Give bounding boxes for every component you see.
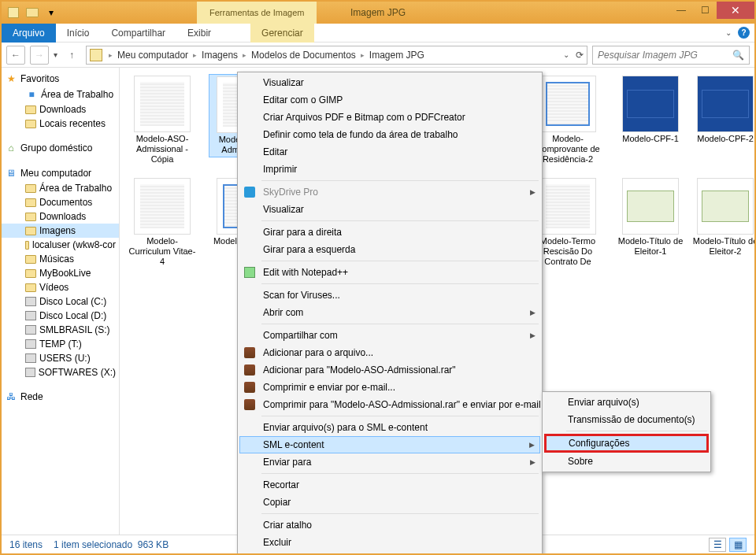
tree-item[interactable]: SMLBRASIL (S:) — [2, 323, 119, 337]
close-button[interactable]: ✕ — [717, 2, 754, 19]
tree-item[interactable]: Documentos — [2, 195, 119, 209]
file-item[interactable]: Modelo-CPF-2 — [689, 74, 754, 146]
search-input[interactable] — [598, 50, 732, 61]
tree-item[interactable]: Vídeos — [2, 280, 119, 294]
ribbon-tab-file[interactable]: Arquivo — [2, 24, 56, 43]
folder-icon — [25, 105, 36, 114]
context-menu-item[interactable]: Adicionar para "Modelo-ASO-Admissional.r… — [239, 361, 540, 379]
crumb-pictures[interactable]: Imagens — [200, 50, 239, 61]
tree-item[interactable]: localuser (wkw8-cor — [2, 238, 119, 252]
menu-item-label: Editar com o GIMP — [263, 94, 343, 105]
context-menu-item[interactable]: Criar Arquivos PDF e Bitmap com o PDFCre… — [239, 109, 540, 126]
tree-computer[interactable]: 🖥Meu computador — [2, 165, 119, 181]
nav-up-button[interactable]: ↑ — [62, 46, 81, 65]
ribbon-expand-icon[interactable]: ⌄ — [725, 28, 732, 37]
maximize-button[interactable]: ☐ — [693, 2, 717, 19]
context-menu-item[interactable]: SML e-content▶ — [239, 436, 540, 453]
tree-downloads[interactable]: Downloads — [2, 102, 119, 117]
menu-item-label: Girar para a direita — [263, 227, 342, 238]
search-icon[interactable]: 🔍 — [732, 50, 744, 61]
crumb-sep-icon[interactable]: ▸ — [190, 51, 200, 59]
crumb-computer[interactable]: Meu computador — [116, 50, 190, 61]
context-menu-item[interactable]: Imprimir — [239, 161, 540, 178]
tree-favorites[interactable]: ★Favoritos — [2, 71, 119, 87]
file-item[interactable]: Modelo-ASO-Admissional - Cópia — [126, 74, 198, 166]
submenu-item[interactable]: Enviar arquivo(s) — [544, 394, 709, 411]
tree-item[interactable]: Imagens — [2, 224, 119, 238]
context-menu-item[interactable]: Girar para a direita — [239, 224, 540, 241]
context-menu-item[interactable]: Recortar — [239, 476, 540, 494]
tree-item[interactable]: Disco Local (D:) — [2, 309, 119, 323]
context-menu-item[interactable]: SkyDrive Pro▶ — [239, 183, 540, 201]
crumb-models[interactable]: Modelos de Documentos — [250, 50, 358, 61]
context-menu-item[interactable]: Compartilhar com▶ — [239, 327, 540, 344]
context-menu-item[interactable]: Visualizar — [239, 74, 540, 91]
file-item[interactable]: Modelo-CPF-1 — [614, 74, 687, 146]
context-menu-item[interactable]: Comprimir e enviar por e-mail... — [239, 379, 540, 396]
context-menu-item[interactable]: Visualizar — [239, 201, 540, 218]
tree-item[interactable]: MyBookLive — [2, 266, 119, 280]
file-item[interactable]: Modelo-Título de Eleitor-1 — [614, 176, 687, 258]
view-details-button[interactable]: ☰ — [709, 538, 726, 552]
context-menu-item[interactable]: Edit with Notepad++ — [239, 264, 540, 281]
tree-recent[interactable]: Locais recentes — [2, 117, 119, 131]
view-thumbnails-button[interactable]: ▦ — [729, 538, 747, 552]
file-item[interactable]: Modelo-Curriculum Vitae-4 — [126, 176, 198, 268]
submenu-item[interactable]: Transmissão de documento(s) — [544, 411, 709, 428]
file-label: Modelo-Comprovante de Residência-2 — [533, 134, 602, 165]
context-menu-item[interactable]: Editar — [239, 143, 540, 161]
context-menu-item[interactable]: Girar para a esquerda — [239, 241, 540, 258]
context-menu-item[interactable]: Abrir com▶ — [239, 304, 540, 321]
tree-item[interactable]: SOFTWARES (X:) — [2, 365, 119, 379]
address-bar[interactable]: ▸ Meu computador ▸ Imagens ▸ Modelos de … — [86, 46, 587, 65]
tree-item[interactable]: Músicas — [2, 252, 119, 266]
context-menu-item[interactable]: Excluir — [239, 534, 540, 551]
tree-desktop[interactable]: ■Área de Trabalho — [2, 87, 119, 102]
crumb-sep-icon[interactable]: ▸ — [106, 51, 116, 59]
context-menu-item[interactable]: Adicionar para o arquivo... — [239, 344, 540, 361]
ribbon-tab-home[interactable]: Início — [56, 24, 101, 43]
nav-back-button[interactable]: ← — [6, 46, 25, 65]
context-menu-item[interactable]: Copiar — [239, 494, 540, 511]
contextual-tab-label: Ferramentas de Imagem — [197, 2, 317, 24]
context-menu-item[interactable]: Scan for Viruses... — [239, 287, 540, 304]
search-box[interactable]: 🔍 — [592, 46, 750, 65]
tree-item[interactable]: TEMP (T:) — [2, 337, 119, 351]
context-menu-item[interactable]: Comprimir para "Modelo-ASO-Admissional.r… — [239, 396, 540, 413]
submenu-item[interactable]: Sobre — [544, 453, 709, 470]
submenu-arrow-icon: ▶ — [530, 458, 536, 466]
qat-dropdown[interactable]: ▾ — [43, 4, 60, 21]
tree-label: Locais recentes — [39, 118, 106, 129]
context-menu-item[interactable]: Editar com o GIMP — [239, 91, 540, 109]
addr-dropdown-icon[interactable]: ⌄ — [563, 50, 569, 59]
tree-item[interactable]: Downloads — [2, 209, 119, 224]
ribbon-tab-view[interactable]: Exibir — [176, 24, 222, 43]
notepad-icon — [243, 266, 256, 279]
qat-properties[interactable] — [5, 4, 22, 21]
quick-access-toolbar: ▾ — [5, 4, 60, 21]
tree-network[interactable]: 🖧Rede — [2, 389, 119, 405]
ribbon-tab-manage[interactable]: Gerenciar — [250, 24, 314, 43]
refresh-button[interactable]: ⟳ — [576, 50, 584, 61]
nav-history-dropdown[interactable]: ▾ — [54, 50, 57, 59]
nav-forward-button[interactable]: → — [30, 46, 49, 65]
tree-item[interactable]: Área de Trabalho — [2, 181, 119, 195]
context-menu-item[interactable]: Renomear — [239, 551, 540, 555]
crumb-sep-icon[interactable]: ▸ — [239, 51, 250, 59]
tree-item[interactable]: Disco Local (C:) — [2, 294, 119, 309]
tree-homegroup[interactable]: ⌂Grupo doméstico — [2, 140, 119, 156]
ribbon-tab-share[interactable]: Compartilhar — [100, 24, 176, 43]
folder-icon — [25, 227, 36, 235]
crumb-jpg[interactable]: Imagem JPG — [368, 50, 426, 61]
crumb-sep-icon[interactable]: ▸ — [358, 51, 368, 59]
submenu-item[interactable]: Configurações — [544, 434, 709, 453]
minimize-button[interactable]: — — [669, 2, 693, 19]
tree-item[interactable]: USERS (U:) — [2, 351, 119, 365]
context-menu-item[interactable]: Enviar para▶ — [239, 453, 540, 471]
file-item[interactable]: Modelo-Título de Eleitor-2 — [689, 176, 754, 258]
context-menu-item[interactable]: Enviar arquivo(s) para o SML e-content — [239, 419, 540, 436]
help-icon[interactable]: ? — [738, 27, 750, 39]
qat-new-folder[interactable] — [24, 4, 41, 21]
context-menu-item[interactable]: Criar atalho — [239, 516, 540, 534]
context-menu-item[interactable]: Definir como tela de fundo da área de tr… — [239, 126, 540, 143]
